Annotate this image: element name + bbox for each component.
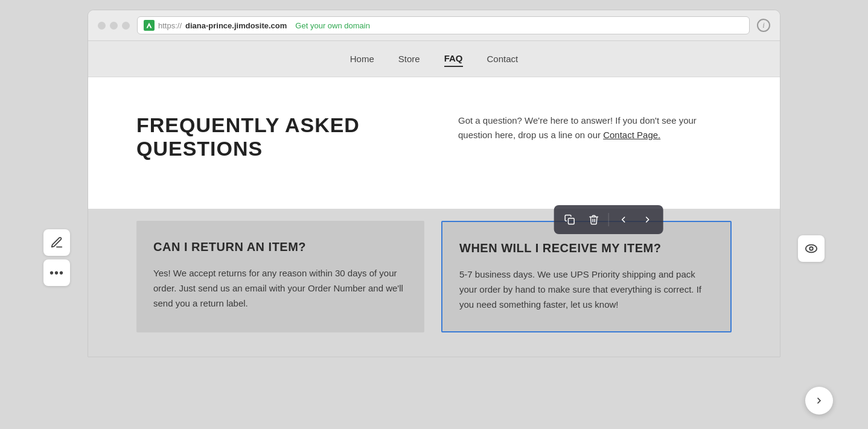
info-icon-label: i	[762, 21, 765, 30]
copy-icon	[564, 214, 575, 225]
chevron-right-icon	[814, 396, 824, 405]
faq-intro-text: Got a question? We're here to answer! If…	[458, 113, 732, 142]
toolbar-prev-button[interactable]	[612, 209, 634, 230]
website-content: Home Store FAQ Contact FREQUENTLY ASKED …	[88, 41, 780, 357]
pen-icon	[50, 236, 63, 249]
url-prefix: https://	[158, 21, 182, 30]
faq-hero-section: FREQUENTLY ASKED QUESTIONS Got a questio…	[88, 77, 780, 209]
trash-icon	[588, 214, 599, 225]
address-bar[interactable]: https://diana-prince.jimdosite.com Get y…	[137, 16, 750, 34]
contact-page-link[interactable]: Contact Page.	[603, 130, 660, 140]
faq-answer-0: Yes! We accept returns for any reason wi…	[153, 266, 407, 311]
nav-home[interactable]: Home	[350, 51, 374, 66]
faq-intro-body: Got a question? We're here to answer! If…	[458, 115, 697, 140]
toolbar-divider	[608, 213, 608, 226]
browser-titlebar: https://diana-prince.jimdosite.com Get y…	[88, 10, 780, 41]
traffic-light-maximize[interactable]	[122, 22, 130, 30]
svg-point-1	[809, 247, 813, 250]
url-domain: diana-prince.jimdosite.com	[185, 21, 287, 30]
eye-icon	[805, 244, 818, 253]
nav-faq[interactable]: FAQ	[444, 51, 463, 67]
faq-answer-1: 5-7 business days. We use UPS Priority s…	[459, 267, 713, 312]
toolbar-delete-button[interactable]	[582, 209, 604, 230]
preview-button[interactable]	[798, 235, 825, 262]
chevron-left-icon	[618, 215, 628, 224]
browser-window: https://diana-prince.jimdosite.com Get y…	[88, 10, 780, 357]
svg-rect-4	[568, 218, 574, 224]
traffic-lights	[98, 22, 130, 30]
faq-card-1: WHEN WILL I RECEIVE MY ITEM? 5-7 busines…	[441, 221, 732, 332]
get-domain-link[interactable]: Get your own domain	[295, 21, 370, 30]
faq-card-0: CAN I RETURN AN ITEM? Yes! We accept ret…	[136, 221, 424, 332]
traffic-light-minimize[interactable]	[110, 22, 118, 30]
site-navigation: Home Store FAQ Contact	[88, 41, 780, 77]
faq-main-title: FREQUENTLY ASKED QUESTIONS	[136, 113, 410, 160]
scroll-right-button[interactable]	[805, 387, 833, 415]
chevron-right-toolbar-icon	[642, 215, 652, 224]
nav-contact[interactable]: Contact	[487, 51, 519, 66]
pen-tool-button[interactable]	[43, 229, 70, 256]
more-options-button[interactable]: •••	[43, 259, 70, 286]
card-edit-toolbar	[554, 205, 663, 234]
info-button[interactable]: i	[757, 19, 770, 32]
faq-cards-section: CAN I RETURN AN ITEM? Yes! We accept ret…	[88, 209, 780, 357]
jimdo-logo-icon	[144, 20, 155, 31]
nav-store[interactable]: Store	[398, 51, 420, 66]
toolbar-copy-button[interactable]	[558, 209, 580, 230]
svg-point-0	[806, 245, 817, 253]
toolbar-next-button[interactable]	[636, 209, 658, 230]
right-sidebar	[798, 235, 825, 262]
faq-question-1: WHEN WILL I RECEIVE MY ITEM?	[459, 241, 713, 255]
traffic-light-close[interactable]	[98, 22, 106, 30]
left-sidebar: •••	[43, 229, 70, 286]
more-icon: •••	[49, 266, 64, 280]
faq-question-0: CAN I RETURN AN ITEM?	[153, 240, 407, 254]
